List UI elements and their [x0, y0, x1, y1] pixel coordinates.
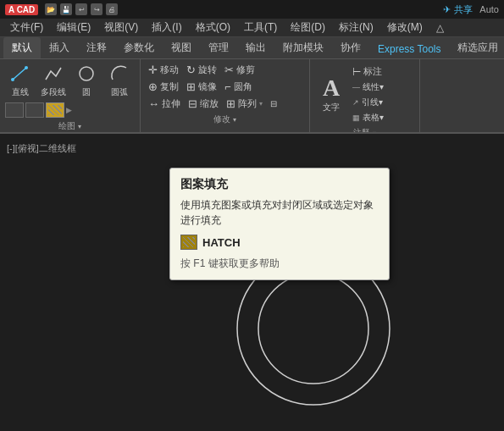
line-icon: [11, 64, 30, 86]
open-icon[interactable]: 📂: [45, 3, 57, 15]
array-icon: ⊞: [226, 97, 235, 110]
ribbon-group-modify: ✛ 移动 ↻ 旋转 ✂ 修剪 ⊕ 复制 ⊞ 镜像 ⌐ 圆角: [141, 59, 310, 132]
polyline-icon: [44, 64, 63, 86]
draw-tools-row2: ▶: [5, 102, 135, 118]
modify-trim-btn[interactable]: ✂ 修剪: [222, 63, 258, 77]
draw-group-label: 绘图: [58, 120, 75, 132]
annotate-text-btn[interactable]: A 文字: [315, 69, 347, 119]
annotate-group-label: 注释: [353, 127, 370, 134]
right3-icon: ▦: [352, 113, 360, 122]
tab-view[interactable]: 视图: [163, 37, 200, 58]
modify-group-label: 修改: [213, 113, 230, 125]
redo-icon[interactable]: ↪: [91, 3, 102, 15]
tooltip-description: 使用填充图案或填充对封闭区域或选定对象进行填充: [180, 197, 379, 228]
menu-bar: 文件(F) 编辑(E) 视图(V) 插入(I) 格式(O) 工具(T) 绘图(D…: [0, 19, 504, 37]
draw-polyline-button[interactable]: 多段线: [38, 63, 69, 100]
modify-rotate-btn[interactable]: ↻ 旋转: [184, 63, 219, 77]
move-icon: ✛: [148, 64, 158, 76]
menu-draw[interactable]: 绘图(D): [284, 19, 332, 36]
array-label: 阵列: [238, 97, 257, 110]
annotate-right2-btn[interactable]: ↗ 引线▾: [350, 96, 386, 109]
modify-tools-row1: ✛ 移动 ↻ 旋转 ✂ 修剪: [146, 63, 304, 77]
modify-tools-row3: ↔ 拉伸 ⊟ 缩放 ⊞ 阵列 ▾ ⊟: [146, 97, 304, 111]
scale-icon: ⊟: [188, 97, 197, 110]
modify-group-arrow[interactable]: ▾: [233, 116, 236, 124]
draw-rect-btn[interactable]: [5, 102, 24, 118]
annotate-dimension-btn[interactable]: ⊢ 标注: [350, 64, 386, 79]
draw-hatch-btn[interactable]: [46, 102, 64, 118]
tab-default[interactable]: 默认: [3, 37, 41, 58]
plot-icon[interactable]: 🖨: [106, 3, 118, 15]
menu-insert[interactable]: 插入(I): [145, 19, 188, 36]
tooltip-command-row: HATCH: [180, 235, 379, 250]
title-right: Auto: [479, 4, 499, 14]
app-logo: A CAD: [5, 4, 38, 15]
draw-ellipse-btn[interactable]: [25, 102, 44, 118]
tab-featured-apps[interactable]: 精选应用: [449, 37, 504, 58]
mirror-label: 镜像: [198, 80, 217, 93]
draw-more-btn[interactable]: ▶: [66, 106, 72, 114]
menu-format[interactable]: 格式(O): [189, 19, 237, 36]
tab-collaborate[interactable]: 协作: [332, 37, 369, 58]
tab-output[interactable]: 输出: [237, 37, 274, 58]
dimension-icon: ⊢: [352, 66, 361, 78]
circle-label: 圆: [82, 86, 91, 98]
tooltip-popup: 图案填充 使用填充图案或填充对封闭区域或选定对象进行填充 HATCH 按 F1 …: [169, 168, 390, 280]
right2-icon: ↗: [352, 98, 359, 107]
fillet-label: 圆角: [234, 80, 252, 93]
svg-point-1: [11, 78, 14, 81]
modify-fillet-btn[interactable]: ⌐ 圆角: [222, 80, 255, 94]
modify-copy-btn[interactable]: ⊕ 复制: [146, 80, 181, 94]
tab-insert[interactable]: 插入: [41, 37, 78, 58]
rotate-icon: ↻: [186, 64, 196, 76]
svg-line-0: [13, 68, 26, 80]
drawing-area: [-][俯视]二维线框 图案填充 使用填充图案或填充对封闭区域或选定对象进行填充…: [0, 134, 504, 431]
right1-icon: ―: [352, 83, 360, 91]
arc-icon: [110, 64, 129, 86]
modify-mirror-btn[interactable]: ⊞ 镜像: [184, 80, 219, 94]
menu-modify[interactable]: 修改(M): [380, 19, 429, 36]
tab-express-tools[interactable]: Express Tools: [369, 40, 449, 58]
stretch-icon: ↔: [148, 97, 159, 110]
modify-more-btn[interactable]: ⊟: [268, 98, 280, 109]
title-bar-icons: 📂 💾 ↩ ↪ 🖨: [45, 3, 118, 15]
draw-line-button[interactable]: 直线: [5, 63, 36, 100]
annotate-group-label-row: 注释 ▾: [315, 127, 414, 134]
svg-point-2: [25, 66, 28, 69]
line-label: 直线: [12, 86, 29, 98]
menu-view[interactable]: 视图(V): [97, 19, 145, 36]
draw-group-arrow[interactable]: ▾: [78, 123, 81, 130]
menu-tools[interactable]: 工具(T): [237, 19, 284, 36]
modify-array-btn[interactable]: ⊞ 阵列 ▾: [224, 97, 265, 111]
menu-more[interactable]: △: [429, 20, 451, 36]
undo-icon[interactable]: ↩: [75, 3, 87, 15]
menu-edit[interactable]: 编辑(E): [50, 19, 97, 36]
modify-scale-btn[interactable]: ⊟ 缩放: [186, 97, 221, 111]
mirror-icon: ⊞: [186, 80, 196, 93]
draw-arc-button[interactable]: 圆弧: [104, 63, 135, 100]
tab-annotate[interactable]: 注释: [78, 37, 115, 58]
circle-icon: [77, 64, 96, 86]
tab-addons[interactable]: 附加模块: [274, 37, 332, 58]
ribbon-panel: 直线 多段线 圆: [0, 59, 504, 134]
title-bar: A CAD 📂 💾 ↩ ↪ 🖨 ✈ 共享 Auto: [0, 0, 504, 19]
annotate-tools-row: A 文字 ⊢ 标注 ― 线性▾ ↗ 引线▾ ▦ 表格▾: [315, 63, 414, 124]
hatch-command-icon: [180, 235, 197, 250]
text-icon: A: [323, 75, 340, 102]
draw-circle-button[interactable]: 圆: [71, 63, 102, 100]
menu-dimension[interactable]: 标注(N): [332, 19, 380, 36]
move-label: 移动: [160, 64, 179, 76]
modify-stretch-btn[interactable]: ↔ 拉伸: [146, 97, 183, 111]
stretch-label: 拉伸: [162, 97, 180, 110]
share-button[interactable]: ✈ 共享: [443, 3, 473, 16]
save-icon[interactable]: 💾: [60, 3, 72, 15]
polyline-label: 多段线: [41, 86, 66, 98]
tab-manage[interactable]: 管理: [200, 37, 237, 58]
tab-parametric[interactable]: 参数化: [115, 37, 163, 58]
arc-label: 圆弧: [111, 86, 128, 98]
menu-file[interactable]: 文件(F): [3, 19, 50, 36]
copy-icon: ⊕: [148, 80, 158, 93]
modify-move-btn[interactable]: ✛ 移动: [146, 63, 181, 77]
annotate-right3-btn[interactable]: ▦ 表格▾: [350, 111, 386, 124]
annotate-right1-btn[interactable]: ― 线性▾: [350, 80, 386, 94]
